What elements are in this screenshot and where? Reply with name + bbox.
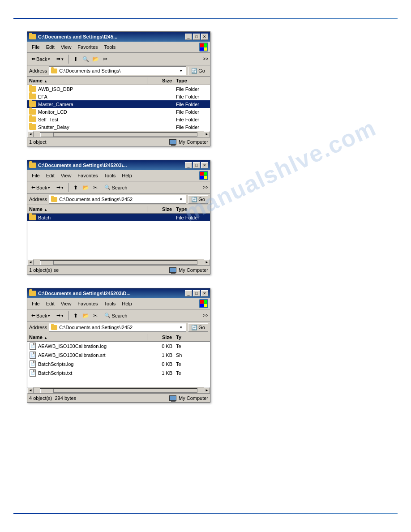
menu-file-1[interactable]: File: [29, 44, 43, 50]
menu-help-3[interactable]: Help: [119, 300, 135, 307]
scrollbar-track-3[interactable]: [40, 388, 197, 393]
menu-favorites-2[interactable]: Favorites: [75, 172, 100, 179]
address-dropdown-1[interactable]: ▾: [178, 69, 184, 73]
menu-edit-1[interactable]: Edit: [43, 44, 57, 50]
col-name-2[interactable]: Name ▲: [27, 206, 147, 212]
address-input-2[interactable]: C:\Documents and Settings\l2452 ▾: [49, 195, 186, 204]
menu-help-2[interactable]: Help: [119, 172, 135, 179]
col-size-3[interactable]: Size: [147, 334, 174, 340]
col-size-2[interactable]: Size: [147, 206, 174, 212]
toolbar-expand-2[interactable]: >>: [203, 185, 208, 190]
forward-btn-2[interactable]: ➡ ▾: [54, 183, 66, 192]
menu-view-2[interactable]: View: [58, 172, 74, 179]
up-btn-3[interactable]: ⬆: [72, 312, 80, 320]
folder-btn-3[interactable]: 📂: [81, 312, 90, 320]
menu-tools-3[interactable]: Tools: [102, 300, 119, 307]
toolbar-expand-1[interactable]: >>: [203, 56, 208, 61]
menu-file-2[interactable]: File: [29, 172, 43, 179]
col-size-1[interactable]: Size: [147, 77, 174, 84]
title-bar-3: C:\Documents and Settings\l245203\D... _…: [27, 288, 210, 298]
file-row-awb[interactable]: AWB_ISO_DBP File Folder: [27, 85, 210, 93]
file-row-batch[interactable]: Batch File Folder: [27, 214, 210, 221]
close-btn-2[interactable]: ✕: [201, 162, 208, 168]
file-row-selftest[interactable]: Self_Test File Folder: [27, 116, 210, 123]
file-icon-batchscripts-log: 📄: [29, 360, 36, 368]
col-type-1[interactable]: Type: [174, 77, 210, 84]
maximize-btn-2[interactable]: □: [193, 162, 200, 168]
back-btn-3[interactable]: ⬅ Back ▾: [29, 311, 52, 320]
address-input-1[interactable]: C:\Documents and Settings\ ▾: [49, 66, 186, 75]
menu-favorites-1[interactable]: Favorites: [75, 44, 100, 50]
minimize-btn-3[interactable]: _: [185, 290, 192, 296]
go-btn-3[interactable]: 🔄 Go: [188, 323, 208, 332]
menu-edit-2[interactable]: Edit: [43, 172, 57, 179]
scrollbar-h-3[interactable]: ◄ ►: [27, 387, 210, 393]
up-btn-2[interactable]: ⬆: [72, 184, 80, 192]
folder-btn-2[interactable]: 📂: [81, 184, 90, 192]
address-input-3[interactable]: C:\Documents and Settings\l2452 ▾: [49, 323, 186, 332]
file-row-batchscripts-log[interactable]: 📄 BatchScripts.log 0 KB Te: [27, 360, 210, 369]
col-name-1[interactable]: Name ▲: [27, 77, 147, 84]
minimize-btn-1[interactable]: _: [185, 34, 192, 40]
file-cell-name-monitor: Monitor_LCD: [27, 108, 147, 115]
file-row-efa[interactable]: EFA File Folder: [27, 93, 210, 100]
menu-tools-2[interactable]: Tools: [102, 172, 119, 179]
scroll-left-3[interactable]: ◄: [27, 387, 34, 394]
back-btn-1[interactable]: ⬅ Back ▾: [29, 55, 52, 63]
forward-btn-3[interactable]: ➡ ▾: [54, 311, 66, 320]
search-btn-2[interactable]: 🔍 Search: [101, 183, 130, 192]
close-btn-3[interactable]: ✕: [201, 290, 208, 296]
scroll-right-2[interactable]: ►: [204, 259, 210, 266]
scroll-right-3[interactable]: ►: [204, 387, 210, 394]
scrollbar-h-1[interactable]: ◄ ►: [27, 131, 210, 137]
col-type-3[interactable]: Ty: [174, 334, 210, 340]
file-row-mastercam[interactable]: Master_Camera File Folder: [27, 100, 210, 108]
file-row-batchscripts-txt[interactable]: 📄 BatchScripts.txt 1 KB Te: [27, 369, 210, 378]
menu-view-3[interactable]: View: [58, 300, 74, 307]
go-btn-1[interactable]: 🔄 Go: [188, 67, 208, 75]
file-icon-aeawb-log: 📄: [29, 343, 36, 350]
scrollbar-thumb-3[interactable]: [40, 389, 54, 393]
file-row-shutter[interactable]: Shutter_Delay File Folder: [27, 123, 210, 131]
maximize-btn-1[interactable]: □: [193, 34, 200, 40]
menu-tools-1[interactable]: Tools: [102, 44, 119, 50]
menu-edit-3[interactable]: Edit: [43, 300, 57, 307]
close-btn-1[interactable]: ✕: [201, 34, 208, 40]
status-right-2: My Computer: [165, 267, 208, 273]
scrollbar-h-2[interactable]: ◄ ►: [27, 259, 210, 265]
minimize-btn-2[interactable]: _: [185, 162, 192, 168]
address-dropdown-2[interactable]: ▾: [178, 197, 184, 202]
col-type-2[interactable]: Type: [174, 206, 210, 212]
scrollbar-track-2[interactable]: [40, 260, 197, 265]
toolbar-expand-3[interactable]: >>: [203, 313, 208, 318]
go-btn-2[interactable]: 🔄 Go: [188, 195, 208, 204]
menu-file-3[interactable]: File: [29, 300, 43, 307]
menu-favorites-3[interactable]: Favorites: [75, 300, 100, 307]
scroll-right-1[interactable]: ►: [204, 131, 210, 137]
forward-btn-1[interactable]: ➡ ▾: [54, 55, 66, 63]
file-row-monitor[interactable]: Monitor_LCD File Folder: [27, 108, 210, 116]
scroll-left-2[interactable]: ◄: [27, 259, 34, 266]
up-btn-1[interactable]: ⬆: [72, 55, 80, 63]
file-row-aeawb-srt[interactable]: 📄 AEAWB_ISO100Calibration.srt 1 KB Sh: [27, 351, 210, 360]
scroll-left-1[interactable]: ◄: [27, 131, 34, 137]
title-bar-left-3: C:\Documents and Settings\l245203\D...: [29, 290, 131, 297]
status-left-1: 1 object: [29, 139, 165, 145]
delete-btn-2[interactable]: ✂: [91, 184, 99, 192]
scrollbar-thumb-1[interactable]: [40, 133, 54, 137]
file-name-monitor: Monitor_LCD: [38, 109, 67, 115]
address-dropdown-3[interactable]: ▾: [178, 325, 184, 330]
delete-btn-1[interactable]: ✂: [101, 55, 109, 63]
scrollbar-thumb-2[interactable]: [40, 261, 54, 265]
col-name-3[interactable]: Name ▲: [27, 334, 147, 340]
folders-btn-1[interactable]: 📂: [91, 55, 99, 63]
back-btn-2[interactable]: ⬅ Back ▾: [29, 183, 52, 192]
menu-view-1[interactable]: View: [58, 44, 74, 50]
scrollbar-track-1[interactable]: [40, 132, 197, 137]
maximize-btn-3[interactable]: □: [193, 290, 200, 296]
toolbar-2: ⬅ Back ▾ ➡ ▾ ⬆ 📂 ✂ 🔍 Search >>: [27, 181, 210, 194]
search-folder-btn-1[interactable]: 🔍: [81, 55, 90, 63]
search-btn-3[interactable]: 🔍 Search: [101, 311, 130, 320]
file-row-aeawb-log[interactable]: 📄 AEAWB_ISO100Calibration.log 0 KB Te: [27, 342, 210, 351]
delete-btn-3[interactable]: ✂: [91, 312, 99, 320]
